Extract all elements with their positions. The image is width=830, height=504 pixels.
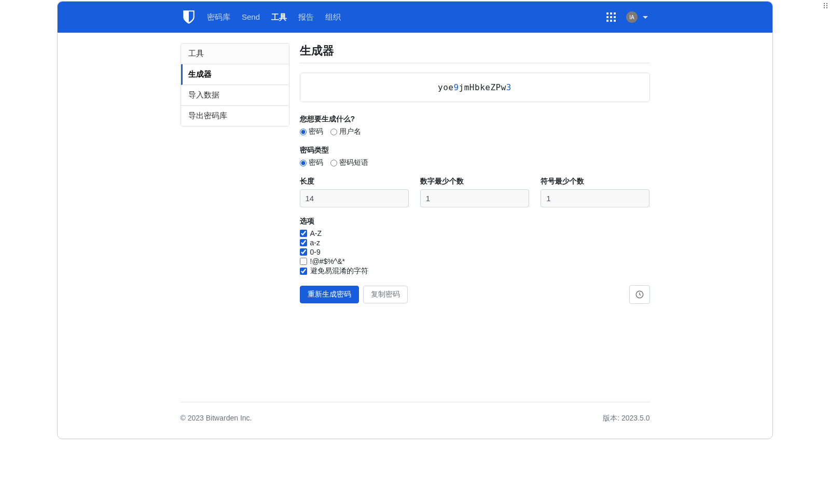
sidebar-item-generator[interactable]: 生成器 [181, 64, 289, 85]
sidebar-item-import[interactable]: 导入数据 [181, 85, 289, 106]
label-min-digits: 数字最少个数 [420, 177, 529, 186]
check-upper-input[interactable] [300, 230, 307, 237]
header-right: IA [606, 11, 648, 23]
radio-password-input[interactable] [300, 129, 307, 135]
check-upper[interactable]: A-Z [300, 229, 650, 237]
svg-rect-2 [614, 12, 616, 15]
label-options: 选项 [300, 217, 650, 226]
shield-logo-icon [182, 9, 196, 25]
label-what-generate: 您想要生成什么? [300, 115, 650, 124]
footer: © 2023 Bitwarden Inc. 版本: 2023.5.0 [181, 402, 650, 439]
nav-send[interactable]: Send [242, 12, 260, 22]
nav-vault[interactable]: 密码库 [207, 12, 230, 22]
check-digits-label: 0-9 [310, 248, 321, 256]
top-nav: 密码库 Send 工具 报告 组织 [207, 12, 341, 22]
history-button[interactable] [629, 285, 650, 304]
svg-rect-8 [614, 20, 616, 22]
length-input[interactable] [300, 189, 409, 207]
copy-button[interactable]: 复制密码 [363, 286, 408, 303]
radio-pw-input[interactable] [300, 160, 307, 166]
radio-username-label: 用户名 [339, 127, 361, 136]
label-min-symbols: 符号最少个数 [541, 177, 649, 186]
pw-seg: 3 [506, 82, 511, 92]
avatar[interactable]: IA [626, 11, 638, 23]
check-ambiguous-label: 避免易混淆的字符 [310, 267, 368, 276]
field-options: 选项 A-Z a-z 0-9 !@#$%^&* 避免易混淆的字符 [300, 217, 650, 276]
sidebar-box: 工具 生成器 导入数据 导出密码库 [181, 43, 289, 127]
check-digits-input[interactable] [300, 248, 307, 256]
svg-rect-0 [606, 12, 608, 15]
svg-rect-3 [606, 16, 608, 18]
nav-reports[interactable]: 报告 [298, 12, 314, 22]
chevron-down-icon[interactable] [643, 16, 648, 19]
radio-passphrase[interactable]: 密码短语 [330, 158, 368, 167]
check-lower-label: a-z [310, 239, 320, 247]
content-container: 工具 生成器 导入数据 导出密码库 生成器 yoe9jmHbkeZPw3 您想要… [181, 43, 650, 402]
svg-rect-6 [606, 20, 608, 22]
page-title: 生成器 [300, 43, 650, 63]
min-digits-input[interactable] [420, 189, 529, 207]
radio-username-input[interactable] [330, 129, 337, 135]
footer-copyright: © 2023 Bitwarden Inc. [181, 414, 252, 423]
pw-seg: yoe [438, 82, 453, 92]
svg-rect-4 [610, 16, 612, 18]
nav-orgs[interactable]: 组织 [325, 12, 341, 22]
radio-username[interactable]: 用户名 [330, 127, 361, 136]
button-row: 重新生成密码 复制密码 [300, 285, 650, 304]
check-lower-input[interactable] [300, 239, 307, 246]
pw-seg: 9 [453, 82, 459, 92]
radio-pw-label: 密码 [309, 158, 323, 167]
check-symbols-input[interactable] [300, 258, 307, 265]
radio-passphrase-label: 密码短语 [339, 158, 368, 167]
nav-tools[interactable]: 工具 [271, 12, 287, 22]
check-upper-label: A-Z [310, 229, 322, 237]
check-ambiguous-input[interactable] [300, 268, 307, 275]
number-fields: 长度 数字最少个数 符号最少个数 [300, 177, 650, 207]
label-password-type: 密码类型 [300, 146, 650, 155]
generated-password-box: yoe9jmHbkeZPw3 [300, 73, 650, 102]
clock-icon [635, 290, 644, 299]
app-grid-icon[interactable] [606, 12, 616, 22]
svg-rect-7 [610, 20, 612, 22]
regenerate-button[interactable]: 重新生成密码 [300, 286, 359, 303]
field-password-type: 密码类型 密码 密码短语 [300, 146, 650, 167]
main-content: 生成器 yoe9jmHbkeZPw3 您想要生成什么? 密码 用户名 密码类型 … [300, 43, 650, 386]
svg-rect-5 [614, 16, 616, 18]
app-window: 密码库 Send 工具 报告 组织 IA 工具 生成器 导入数据 导出密码库 [57, 1, 773, 439]
check-digits[interactable]: 0-9 [300, 248, 650, 256]
pw-seg: jmHbkeZPw [459, 82, 506, 92]
check-ambiguous[interactable]: 避免易混淆的字符 [300, 267, 650, 276]
min-symbols-input[interactable] [541, 189, 649, 207]
radio-pw[interactable]: 密码 [300, 158, 323, 167]
sidebar: 工具 生成器 导入数据 导出密码库 [181, 43, 289, 386]
header-left: 密码库 Send 工具 报告 组织 [182, 9, 341, 25]
sidebar-item-export[interactable]: 导出密码库 [181, 106, 289, 126]
header: 密码库 Send 工具 报告 组织 IA [58, 2, 772, 33]
footer-version: 版本: 2023.5.0 [603, 414, 649, 423]
radio-passphrase-input[interactable] [330, 160, 337, 166]
label-length: 长度 [300, 177, 409, 186]
check-symbols-label: !@#$%^&* [310, 257, 345, 265]
radio-password[interactable]: 密码 [300, 127, 323, 136]
field-what-generate: 您想要生成什么? 密码 用户名 [300, 115, 650, 136]
radio-password-label: 密码 [309, 127, 323, 136]
check-lower[interactable]: a-z [300, 239, 650, 247]
svg-rect-1 [610, 12, 612, 15]
check-symbols[interactable]: !@#$%^&* [300, 257, 650, 265]
sidebar-header: 工具 [181, 44, 289, 64]
